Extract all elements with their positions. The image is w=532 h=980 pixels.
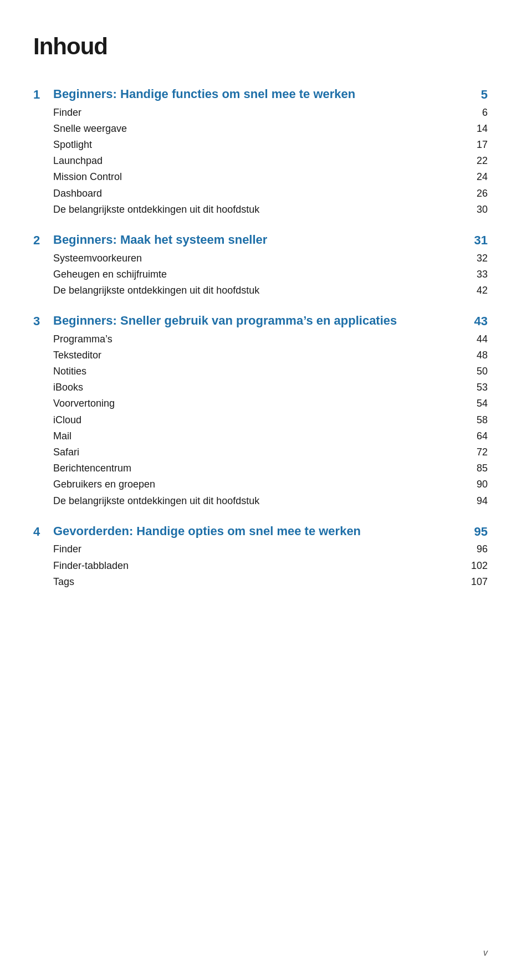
sub-row-ch1-item1: Finder6 [33,106,488,120]
sub-page-ch4-item3: 107 [460,576,488,588]
chapter-title-2: Beginners: Maak het systeem sneller [53,233,267,247]
sub-title-ch3-item7: Mail [53,429,460,443]
sub-page-ch3-item2: 48 [460,350,488,361]
sub-title-ch3-item2: Teksteditor [53,348,460,362]
sub-title-ch1-item1: Finder [53,106,460,120]
sub-page-ch1-item7: 30 [460,204,488,216]
sub-title-ch3-item9: Berichtencentrum [53,461,460,475]
sub-row-ch3-item9: Berichtencentrum85 [33,461,488,475]
toc-container: 1Beginners: Handige functies om snel mee… [33,86,488,589]
page-number: v [483,948,488,958]
sub-row-ch1-item2: Snelle weergave14 [33,122,488,136]
chapter-title-1: Beginners: Handige functies om snel mee … [53,87,355,101]
sub-title-ch3-item6: iCloud [53,413,460,427]
sub-row-ch2-item2: Geheugen en schijfruimte33 [33,268,488,281]
chapter-row-4: 4Gevorderden: Handige opties om snel mee… [33,524,488,540]
chapter-title-3: Beginners: Sneller gebruik van programma… [53,314,397,327]
chapter-section-2: 2Beginners: Maak het systeem sneller31Sy… [33,232,488,297]
sub-title-ch1-item2: Snelle weergave [53,122,460,136]
chapter-title-4: Gevorderden: Handige opties om snel mee … [53,524,361,538]
sub-page-ch1-item5: 24 [460,171,488,183]
sub-row-ch2-item3: De belangrijkste ontdekkingen uit dit ho… [33,284,488,297]
sub-page-ch3-item4: 53 [460,382,488,393]
sub-row-ch1-item4: Launchpad22 [33,154,488,168]
sub-title-ch4-item1: Finder [53,542,460,556]
sub-row-ch3-item1: Programma’s44 [33,332,488,346]
chapter-page-3: 43 [460,313,488,329]
sub-title-ch3-item11: De belangrijkste ontdekkingen uit dit ho… [53,494,460,508]
sub-page-ch1-item4: 22 [460,155,488,167]
sub-page-ch2-item2: 33 [460,269,488,280]
sub-title-ch1-item4: Launchpad [53,154,460,168]
sub-page-ch3-item8: 72 [460,447,488,458]
chapter-page-1: 5 [460,86,488,102]
sub-row-ch3-item11: De belangrijkste ontdekkingen uit dit ho… [33,494,488,508]
sub-page-ch3-item5: 54 [460,398,488,409]
sub-title-ch1-item3: Spotlight [53,138,460,152]
chapter-page-4: 95 [460,524,488,539]
sub-title-ch1-item7: De belangrijkste ontdekkingen uit dit ho… [53,203,460,217]
sub-row-ch1-item6: Dashboard26 [33,187,488,201]
sub-row-ch4-item2: Finder-tabbladen102 [33,559,488,573]
chapter-row-2: 2Beginners: Maak het systeem sneller31 [33,232,488,248]
sub-title-ch3-item8: Safari [53,445,460,459]
sub-page-ch1-item6: 26 [460,188,488,199]
sub-page-ch3-item1: 44 [460,333,488,345]
sub-title-ch3-item3: Notities [53,365,460,378]
sub-row-ch3-item8: Safari72 [33,445,488,459]
sub-row-ch3-item2: Teksteditor48 [33,348,488,362]
sub-title-ch3-item10: Gebruikers en groepen [53,478,460,491]
chapter-number-3: 3 [33,313,53,329]
sub-row-ch3-item3: Notities50 [33,365,488,378]
sub-title-ch4-item3: Tags [53,575,460,589]
sub-row-ch3-item4: iBooks53 [33,381,488,394]
sub-row-ch1-item7: De belangrijkste ontdekkingen uit dit ho… [33,203,488,217]
sub-row-ch1-item5: Mission Control24 [33,170,488,184]
chapter-section-3: 3Beginners: Sneller gebruik van programm… [33,313,488,508]
chapter-number-1: 1 [33,86,53,102]
chapter-number-4: 4 [33,524,53,539]
sub-page-ch4-item1: 96 [460,543,488,555]
sub-row-ch2-item1: Systeemvoorkeuren32 [33,252,488,265]
chapter-page-2: 31 [460,232,488,248]
sub-page-ch1-item2: 14 [460,123,488,135]
sub-title-ch2-item2: Geheugen en schijfruimte [53,268,460,281]
sub-row-ch1-item3: Spotlight17 [33,138,488,152]
chapter-number-2: 2 [33,232,53,248]
page-title: Inhoud [33,33,488,60]
sub-row-ch4-item3: Tags107 [33,575,488,589]
chapter-row-1: 1Beginners: Handige functies om snel mee… [33,86,488,102]
sub-row-ch3-item6: iCloud58 [33,413,488,427]
sub-row-ch3-item7: Mail64 [33,429,488,443]
sub-page-ch3-item3: 50 [460,366,488,377]
sub-row-ch3-item5: Voorvertoning54 [33,397,488,411]
chapter-row-3: 3Beginners: Sneller gebruik van programm… [33,313,488,329]
sub-page-ch1-item1: 6 [460,107,488,119]
sub-page-ch3-item11: 94 [460,495,488,507]
chapter-section-4: 4Gevorderden: Handige opties om snel mee… [33,524,488,589]
sub-row-ch4-item1: Finder96 [33,542,488,556]
sub-page-ch2-item3: 42 [460,285,488,296]
sub-page-ch3-item6: 58 [460,414,488,426]
sub-title-ch3-item1: Programma’s [53,332,460,346]
sub-title-ch1-item6: Dashboard [53,187,460,201]
sub-title-ch2-item3: De belangrijkste ontdekkingen uit dit ho… [53,284,460,297]
sub-page-ch3-item7: 64 [460,430,488,442]
sub-title-ch4-item2: Finder-tabbladen [53,559,460,573]
sub-title-ch1-item5: Mission Control [53,170,460,184]
chapter-section-1: 1Beginners: Handige functies om snel mee… [33,86,488,217]
sub-page-ch3-item10: 90 [460,479,488,490]
sub-page-ch3-item9: 85 [460,463,488,474]
sub-title-ch3-item5: Voorvertoning [53,397,460,411]
sub-page-ch4-item2: 102 [460,560,488,572]
sub-title-ch2-item1: Systeemvoorkeuren [53,252,460,265]
sub-title-ch3-item4: iBooks [53,381,460,394]
sub-page-ch2-item1: 32 [460,253,488,264]
sub-page-ch1-item3: 17 [460,139,488,151]
sub-row-ch3-item10: Gebruikers en groepen90 [33,478,488,491]
